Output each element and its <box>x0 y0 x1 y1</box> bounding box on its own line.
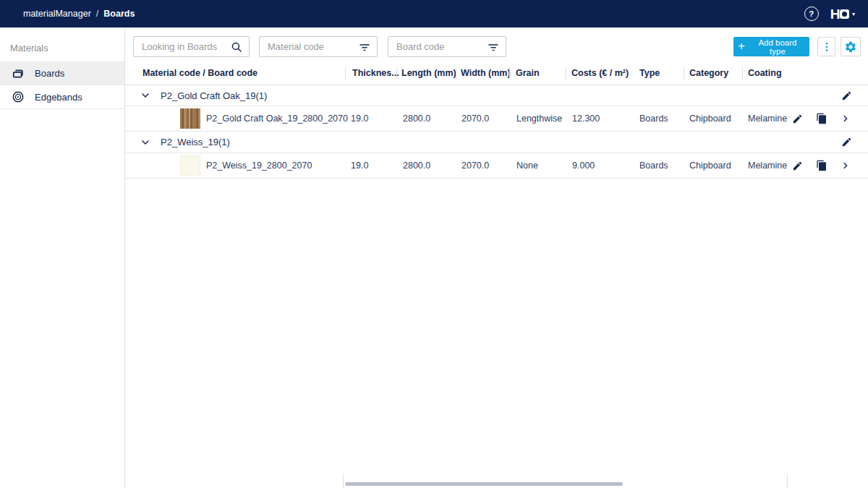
help-icon[interactable]: ? <box>804 7 819 21</box>
length-cell: 2800.0 <box>403 106 430 131</box>
breadcrumb-app[interactable]: materialManager <box>23 9 91 19</box>
edit-icon[interactable] <box>792 153 803 178</box>
column-separator <box>742 67 743 80</box>
top-bar: materialManager / Boards ? H ▾ <box>0 0 868 27</box>
search-input[interactable] <box>140 40 230 53</box>
sidebar: Materials Boards Edgebands <box>0 27 125 488</box>
sidebar-item-label: Boards <box>35 68 64 79</box>
search-icon[interactable] <box>230 40 243 53</box>
column-header-coating[interactable]: Coating <box>748 62 782 85</box>
chevron-down-icon[interactable] <box>140 85 151 106</box>
column-separator <box>625 67 626 80</box>
coating-cell: Melamine (t <box>748 106 790 131</box>
width-cell: 2070.0 <box>461 106 489 131</box>
edit-icon[interactable] <box>841 132 852 153</box>
board-code-cell: P2_Weiss_19_2800_2070 <box>206 153 312 178</box>
kebab-icon <box>821 41 833 53</box>
chevron-right-icon[interactable] <box>841 106 851 131</box>
add-board-type-button[interactable]: + Add board type <box>733 37 809 56</box>
material-code-filter-input[interactable] <box>266 40 358 53</box>
type-cell: Boards <box>639 153 668 178</box>
width-cell: 2070.0 <box>461 153 489 178</box>
board-row-weiss[interactable]: P2_Weiss_19_2800_2070 19.0 2800.0 2070.0… <box>125 153 868 179</box>
chevron-down-icon[interactable] <box>140 132 151 153</box>
sidebar-item-edgebands[interactable]: Edgebands <box>0 85 124 109</box>
thickness-cell: 19.0 <box>351 153 368 178</box>
breadcrumb-page: Boards <box>103 9 135 19</box>
board-thumbnail <box>180 153 200 178</box>
material-code-filter-box <box>259 36 378 57</box>
column-separator <box>684 67 684 80</box>
thickness-cell: 19.0 <box>351 106 368 131</box>
add-board-type-label: Add board type <box>750 38 805 56</box>
scroll-viewport-edge <box>787 474 788 488</box>
column-header-thickness[interactable]: Thicknes... <box>352 62 399 85</box>
costs-cell: 12.300 <box>572 106 600 131</box>
category-cell: Chipboard <box>689 106 731 131</box>
board-thumbnail <box>180 106 200 131</box>
boards-icon <box>11 67 25 81</box>
account-menu[interactable]: H ▾ <box>830 7 855 21</box>
edit-icon[interactable] <box>792 106 803 131</box>
search-box <box>133 36 250 57</box>
filter-icon[interactable] <box>358 40 371 53</box>
copy-icon[interactable] <box>816 153 827 178</box>
column-header-category[interactable]: Category <box>689 62 728 85</box>
type-cell: Boards <box>639 106 668 131</box>
edgebands-icon <box>11 90 25 104</box>
group-row-weiss[interactable]: P2_Weiss_19(1) <box>125 132 868 153</box>
breadcrumb-separator: / <box>96 9 98 19</box>
column-header-costs[interactable]: Costs (€ / m²) <box>571 62 629 85</box>
settings-button[interactable] <box>841 37 861 56</box>
column-header-width[interactable]: Width (mm) <box>461 62 511 85</box>
column-separator <box>345 67 346 80</box>
breadcrumb: materialManager / Boards <box>23 9 135 19</box>
board-code-filter-box <box>388 36 506 57</box>
column-header-type[interactable]: Type <box>639 62 660 85</box>
grain-cell: None <box>516 153 538 178</box>
sidebar-item-label: Edgebands <box>35 92 82 103</box>
sidebar-section-label: Materials <box>0 27 124 61</box>
horizontal-scrollbar[interactable] <box>345 482 623 486</box>
chevron-down-icon: ▾ <box>852 11 855 17</box>
group-name: P2_Weiss_19(1) <box>161 132 230 153</box>
group-row-gold-craft-oak[interactable]: P2_Gold Craft Oak_19(1) <box>125 85 868 106</box>
column-header-length[interactable]: Length (mm) <box>401 62 456 85</box>
sidebar-item-boards[interactable]: Boards <box>0 61 124 85</box>
edit-icon[interactable] <box>841 85 852 106</box>
board-code-filter-input[interactable] <box>395 40 487 53</box>
topbar-actions: ? H ▾ <box>804 7 855 21</box>
length-cell: 2800.0 <box>403 153 430 178</box>
board-row-gold-craft-oak[interactable]: P2_Gold Craft Oak_19_2800_2070 19.0 2800… <box>125 106 868 132</box>
board-code-cell: P2_Gold Craft Oak_19_2800_2070 <box>206 106 348 131</box>
scroll-viewport-edge <box>343 474 344 488</box>
copy-icon[interactable] <box>816 106 827 131</box>
filter-icon[interactable] <box>487 40 500 53</box>
grain-cell: Lengthwise <box>516 106 562 131</box>
coating-cell: Melamine (t <box>748 153 790 178</box>
table-header-row: Material code / Board code Thicknes... L… <box>125 62 868 85</box>
column-separator <box>396 67 397 80</box>
homag-logo-icon <box>840 9 849 19</box>
more-options-button[interactable] <box>817 37 835 56</box>
column-separator <box>566 67 566 80</box>
main-content: + Add board type Material code / Board c… <box>125 27 868 488</box>
column-separator <box>509 67 510 80</box>
category-cell: Chipboard <box>689 153 731 178</box>
column-header-grain[interactable]: Grain <box>516 62 540 85</box>
costs-cell: 9.000 <box>572 153 595 178</box>
gear-icon <box>844 40 857 53</box>
column-header-material-board-code[interactable]: Material code / Board code <box>142 62 258 85</box>
logo-letter: H <box>830 7 839 21</box>
app-window: materialManager / Boards ? H ▾ Materials… <box>0 0 868 488</box>
chevron-right-icon[interactable] <box>841 153 851 178</box>
plus-icon: + <box>738 40 745 52</box>
group-name: P2_Gold Craft Oak_19(1) <box>161 85 267 106</box>
column-separator <box>456 67 456 80</box>
